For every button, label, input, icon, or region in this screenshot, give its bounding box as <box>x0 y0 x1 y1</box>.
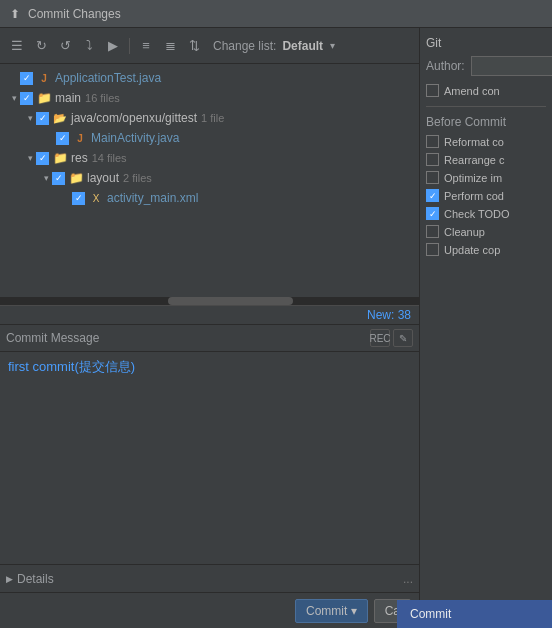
file-name: activity_main.xml <box>107 191 198 205</box>
cleanup-label: Cleanup <box>444 226 485 238</box>
folder-name: res <box>71 151 88 165</box>
toolbar-btn-5[interactable]: ▶ <box>102 35 124 57</box>
git-title: Git <box>426 36 546 50</box>
change-list-value: Default <box>282 39 323 53</box>
expand-icon <box>8 72 20 84</box>
option-row-perform: ✓ Perform cod <box>426 189 546 202</box>
option-row-reformat: Reformat co <box>426 135 546 148</box>
toolbar-btn-1[interactable]: ☰ <box>6 35 28 57</box>
reformat-checkbox[interactable] <box>426 135 439 148</box>
expand-icon <box>60 192 72 204</box>
new-count: New: 38 <box>367 308 411 322</box>
author-field: Author: <box>426 56 546 76</box>
java-file-icon: J <box>72 130 88 146</box>
tree-item[interactable]: ▾ ✓ 📁 layout 2 files <box>0 168 419 188</box>
toolbar-btn-7[interactable]: ≣ <box>159 35 181 57</box>
expand-icon: ▾ <box>40 172 52 184</box>
optimize-checkbox[interactable] <box>426 171 439 184</box>
toolbar-btn-3[interactable]: ↺ <box>54 35 76 57</box>
amend-checkbox[interactable] <box>426 84 439 97</box>
details-label: Details <box>17 572 54 586</box>
author-input[interactable] <box>471 56 552 76</box>
toolbar: ☰ ↻ ↺ ⤵ ▶ ≡ ≣ ⇅ Change list: Default ▾ <box>0 28 419 64</box>
option-row-update: Update cop <box>426 243 546 256</box>
tree-checkbox[interactable]: ✓ <box>20 92 33 105</box>
left-panel: ☰ ↻ ↺ ⤵ ▶ ≡ ≣ ⇅ Change list: Default ▾ ✓… <box>0 28 420 628</box>
tree-checkbox[interactable]: ✓ <box>72 192 85 205</box>
folder-icon: 📁 <box>36 90 52 106</box>
tree-item[interactable]: ✓ J ApplicationTest.java <box>0 68 419 88</box>
details-dots: ... <box>403 572 413 586</box>
right-panel: Git Author: Amend con Before Commit Refo… <box>420 28 552 628</box>
tree-checkbox[interactable]: ✓ <box>56 132 69 145</box>
option-row-cleanup: Cleanup <box>426 225 546 238</box>
commit-button[interactable]: Commit ▾ <box>295 599 368 623</box>
amend-label: Amend con <box>444 85 500 97</box>
tree-checkbox[interactable]: ✓ <box>52 172 65 185</box>
amend-row: Amend con <box>426 84 546 97</box>
main-layout: ☰ ↻ ↺ ⤵ ▶ ≡ ≣ ⇅ Change list: Default ▾ ✓… <box>0 28 552 628</box>
tree-checkbox[interactable]: ✓ <box>20 72 33 85</box>
toolbar-btn-4[interactable]: ⤵ <box>78 35 100 57</box>
file-count: 14 files <box>92 152 127 164</box>
tree-item[interactable]: ✓ X activity_main.xml <box>0 188 419 208</box>
tree-item[interactable]: ▾ ✓ 📁 res 14 files <box>0 148 419 168</box>
file-name: MainActivity.java <box>91 131 179 145</box>
app-icon: ⬆ <box>8 7 22 21</box>
folder-icon: 📁 <box>52 150 68 166</box>
update-cop-checkbox[interactable] <box>426 243 439 256</box>
commit-message-input[interactable]: first commit(提交信息) <box>0 352 419 564</box>
commit-message-label: Commit Message <box>6 331 99 345</box>
tree-item[interactable]: ▾ ✓ 📂 java/com/openxu/gittest 1 file <box>0 108 419 128</box>
folder-icon: 📁 <box>68 170 84 186</box>
toolbar-separator <box>129 38 130 54</box>
folder-name: java/com/openxu/gittest <box>71 111 197 125</box>
expand-icon: ▾ <box>24 152 36 164</box>
horizontal-scrollbar[interactable] <box>0 297 419 305</box>
file-tree: ✓ J ApplicationTest.java ▾ ✓ 📁 main 16 f… <box>0 64 419 297</box>
toolbar-btn-6[interactable]: ≡ <box>135 35 157 57</box>
toolbar-btn-8[interactable]: ⇅ <box>183 35 205 57</box>
tree-checkbox[interactable]: ✓ <box>36 152 49 165</box>
new-count-row: New: 38 <box>0 305 419 324</box>
xml-file-icon: X <box>88 190 104 206</box>
rearrange-checkbox[interactable] <box>426 153 439 166</box>
rec-button[interactable]: REC <box>370 329 390 347</box>
tree-item[interactable]: ✓ J MainActivity.java <box>0 128 419 148</box>
title-bar: ⬆ Commit Changes <box>0 0 552 28</box>
author-label: Author: <box>426 59 471 73</box>
commit-message-header: Commit Message REC ✎ <box>0 325 419 352</box>
update-cop-label: Update cop <box>444 244 500 256</box>
file-count: 16 files <box>85 92 120 104</box>
file-count: 1 file <box>201 112 224 124</box>
perform-label: Perform cod <box>444 190 504 202</box>
scrollbar-thumb[interactable] <box>168 297 294 305</box>
edit-button[interactable]: ✎ <box>393 329 413 347</box>
rearrange-label: Rearrange c <box>444 154 505 166</box>
cleanup-checkbox[interactable] <box>426 225 439 238</box>
change-list-dropdown[interactable]: ▾ <box>325 39 339 53</box>
folder-name: layout <box>87 171 119 185</box>
commit-message-section: Commit Message REC ✎ first commit(提交信息) <box>0 324 419 564</box>
expand-icon: ▾ <box>24 112 36 124</box>
bottom-bar: Commit ▾ Ca <box>0 592 419 628</box>
toolbar-btn-2[interactable]: ↻ <box>30 35 52 57</box>
details-expand-icon: ▶ <box>6 574 13 584</box>
check-todo-checkbox[interactable]: ✓ <box>426 207 439 220</box>
option-row-rearrange: Rearrange c <box>426 153 546 166</box>
before-commit-title: Before Commit <box>426 115 546 129</box>
check-todo-label: Check TODO <box>444 208 510 220</box>
reformat-label: Reformat co <box>444 136 504 148</box>
details-section[interactable]: ▶ Details ... <box>0 564 419 592</box>
tree-item[interactable]: ▾ ✓ 📁 main 16 files <box>0 88 419 108</box>
change-list-label: Change list: <box>213 39 276 53</box>
expand-icon <box>44 132 56 144</box>
java-file-icon: J <box>36 70 52 86</box>
divider <box>426 106 546 107</box>
commit-dropdown-item[interactable]: Commit <box>398 601 551 627</box>
option-row-check: ✓ Check TODO <box>426 207 546 220</box>
window-title: Commit Changes <box>28 7 121 21</box>
folder-src-icon: 📂 <box>52 110 68 126</box>
tree-checkbox[interactable]: ✓ <box>36 112 49 125</box>
perform-checkbox[interactable]: ✓ <box>426 189 439 202</box>
